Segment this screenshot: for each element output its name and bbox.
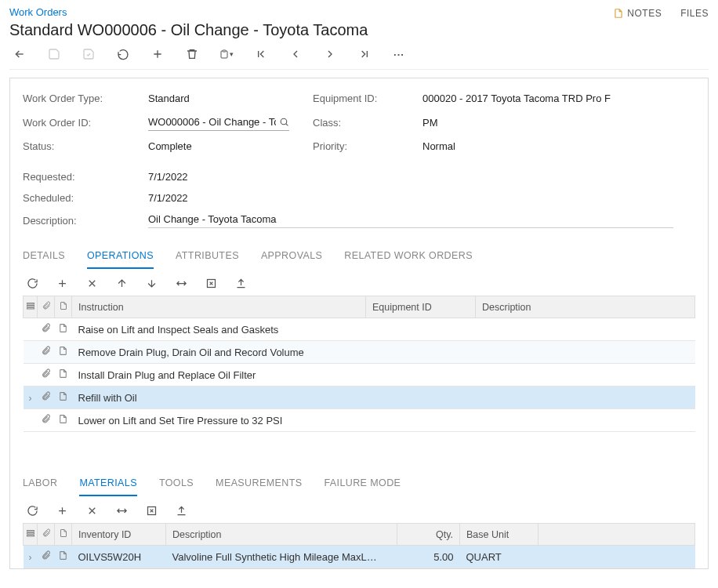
chevron-right-icon[interactable]: ›: [29, 552, 32, 563]
col-inventory[interactable]: Inventory ID: [72, 524, 166, 546]
sub-tabs: LABOR MATERIALS TOOLS MEASUREMENTS FAILU…: [23, 471, 695, 496]
add-row-button[interactable]: [56, 277, 68, 289]
tab-related[interactable]: RELATED WORK ORDERS: [344, 244, 473, 269]
svg-rect-0: [223, 50, 226, 52]
table-row[interactable]: Install Drain Plug and Replace Oil Filte…: [24, 364, 695, 387]
col-settings-2[interactable]: [24, 524, 38, 546]
wo-type-label: Work Order Type:: [23, 93, 148, 104]
tab-failure[interactable]: FAILURE MODE: [324, 471, 401, 496]
next-button[interactable]: [323, 47, 337, 61]
prev-button[interactable]: [288, 47, 303, 61]
qty-cell: 5.00: [397, 546, 460, 568]
export-excel-button-2[interactable]: [145, 504, 158, 517]
breadcrumb[interactable]: Work Orders: [9, 5, 368, 20]
files-label: FILES: [680, 8, 709, 19]
upload-button-2[interactable]: [175, 504, 187, 517]
description-cell: [476, 409, 695, 432]
chevron-right-icon[interactable]: ›: [29, 393, 32, 404]
status-value: Complete: [148, 140, 313, 152]
export-excel-button[interactable]: [205, 277, 217, 289]
note-icon[interactable]: [55, 387, 72, 409]
tab-tools[interactable]: TOOLS: [159, 471, 194, 496]
refresh-button-2[interactable]: [26, 504, 38, 517]
attachment-icon[interactable]: [38, 387, 55, 409]
fit-columns-button[interactable]: [175, 277, 187, 289]
note-icon[interactable]: [55, 409, 72, 432]
equipment-cell: [366, 341, 476, 364]
save-close-button: [82, 47, 96, 61]
files-button[interactable]: FILES: [680, 8, 709, 19]
tab-labor[interactable]: LABOR: [23, 471, 57, 496]
clipboard-button[interactable]: ▾: [219, 47, 234, 61]
operations-grid: Instruction Equipment ID Description Rai…: [23, 296, 695, 432]
attachment-icon[interactable]: [38, 546, 55, 568]
back-button[interactable]: [13, 47, 27, 61]
tab-details[interactable]: DETAILS: [23, 244, 65, 269]
svg-rect-4: [27, 306, 34, 307]
delete-row-button[interactable]: [85, 277, 98, 289]
tab-materials[interactable]: MATERIALS: [79, 471, 137, 496]
col-equipment[interactable]: Equipment ID: [366, 296, 476, 318]
table-row[interactable]: Raise on Lift and Inspect Seals and Gask…: [24, 318, 695, 341]
table-row[interactable]: Lower on Lift and Set Tire Pressure to 3…: [24, 409, 695, 432]
inventory-cell: OILVS5W20H: [72, 546, 166, 568]
mat-description-cell: Valvoline Full Synthetic High Mileage Ma…: [166, 546, 397, 568]
col-note: [55, 296, 72, 318]
add-button[interactable]: [150, 47, 165, 61]
attachment-icon[interactable]: [38, 341, 55, 364]
materials-grid: Inventory ID Description Qty. Base Unit …: [23, 523, 695, 568]
instruction-cell: Remove Drain Plug, Drain Oil and Record …: [72, 341, 366, 364]
svg-rect-3: [27, 303, 34, 305]
col-attachment-2: [38, 524, 55, 546]
equipment-cell: [366, 387, 476, 409]
equipment-cell: [366, 364, 476, 387]
description-value[interactable]: Oil Change - Toyota Tacoma: [148, 213, 673, 228]
form-panel: Work Order Type: Standard Equipment ID: …: [9, 78, 709, 569]
delete-button[interactable]: [185, 47, 199, 61]
col-description[interactable]: Description: [476, 296, 695, 318]
attachment-icon[interactable]: [38, 364, 55, 387]
note-icon[interactable]: [55, 546, 72, 568]
undo-button[interactable]: [116, 47, 130, 61]
instruction-cell: Raise on Lift and Inspect Seals and Gask…: [72, 318, 366, 341]
tab-approvals[interactable]: APPROVALS: [261, 244, 322, 269]
wo-id-input[interactable]: WO000006 - Oil Change - To: [148, 114, 289, 131]
col-settings[interactable]: [24, 296, 38, 318]
tab-measurements[interactable]: MEASUREMENTS: [216, 471, 302, 496]
upload-button[interactable]: [234, 277, 247, 289]
equipment-cell: [366, 409, 476, 432]
tab-operations[interactable]: OPERATIONS: [87, 244, 154, 269]
table-row[interactable]: Remove Drain Plug, Drain Oil and Record …: [24, 341, 695, 364]
table-row[interactable]: ›OILVS5W20HValvoline Full Synthetic High…: [24, 546, 695, 568]
attachment-icon[interactable]: [38, 409, 55, 432]
fit-columns-button-2[interactable]: [115, 504, 128, 517]
instruction-cell: Refill with Oil: [72, 387, 366, 409]
priority-label: Priority:: [313, 140, 422, 152]
notes-button[interactable]: NOTES: [613, 8, 662, 19]
refresh-button[interactable]: [26, 277, 38, 289]
move-down-button[interactable]: [145, 277, 158, 289]
move-up-button[interactable]: [115, 277, 128, 289]
more-button[interactable]: ···: [392, 47, 406, 61]
first-button[interactable]: [254, 47, 268, 61]
description-cell: [476, 318, 695, 341]
svg-rect-8: [27, 533, 34, 535]
table-row[interactable]: ›Refill with Oil: [24, 387, 695, 409]
last-button[interactable]: [357, 47, 372, 61]
attachment-icon[interactable]: [38, 318, 55, 341]
svg-point-1: [281, 118, 287, 125]
delete-row-button-2[interactable]: [85, 504, 98, 517]
col-unit[interactable]: Base Unit: [460, 524, 538, 546]
wo-id-label: Work Order ID:: [23, 117, 148, 129]
main-toolbar: ▾ ···: [9, 47, 709, 70]
priority-value: Normal: [422, 140, 673, 152]
col-mat-description[interactable]: Description: [166, 524, 397, 546]
col-qty[interactable]: Qty.: [397, 524, 460, 546]
unit-cell: QUART: [460, 546, 538, 568]
note-icon[interactable]: [55, 318, 72, 341]
note-icon[interactable]: [55, 341, 72, 364]
add-row-button-2[interactable]: [56, 504, 68, 517]
col-instruction[interactable]: Instruction: [72, 296, 366, 318]
tab-attributes[interactable]: ATTRIBUTES: [176, 244, 239, 269]
note-icon[interactable]: [55, 364, 72, 387]
